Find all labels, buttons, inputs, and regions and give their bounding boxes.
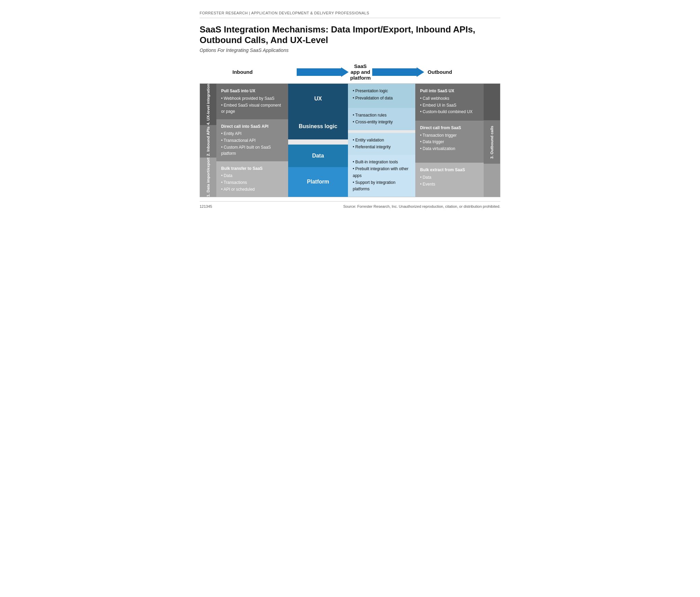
inbound-arrow-label: Inbound — [232, 69, 297, 75]
outbound-data-cell: Bulk extract from SaaS Data Events — [415, 163, 484, 197]
center-biz-box: Business logic — [288, 114, 348, 139]
desc-data-cell: Entity validation Referential integrity — [348, 133, 415, 155]
outbound-arrow-body — [372, 68, 417, 76]
desc-platform-bullet-1: Built-in integration tools — [353, 159, 410, 165]
outbound-arrow-label: Outbound — [424, 69, 486, 75]
inbound-data-bullet-2: Transactions — [221, 179, 283, 186]
sidebar-right-outbound: 3. Outbound calls — [484, 120, 500, 164]
desc-platform-bullets: Built-in integration tools Prebuilt inte… — [353, 159, 410, 192]
inbound-data-cell: Bulk transfer to SaaS Data Transactions … — [216, 161, 288, 197]
inbound-ux-title: Pull SaaS into UX — [221, 88, 283, 94]
outbound-calls-cell: Direct call from SaaS Transaction trigge… — [415, 121, 484, 163]
desc-gap — [348, 130, 415, 133]
inbound-data-bullet-3: API or scheduled — [221, 186, 283, 193]
desc-platform-cell: Built-in integration tools Prebuilt inte… — [348, 155, 415, 197]
main-title: SaaS Integration Mechanisms: Data Import… — [200, 24, 500, 45]
inbound-arrow-body — [297, 68, 341, 76]
inbound-apis-bullet-1: Entity API — [221, 131, 283, 137]
outbound-calls-bullets: Transaction trigger Data trigger Data vi… — [420, 132, 479, 152]
diagram: 4. UX-level integration 2. Inbound APIs … — [200, 83, 500, 197]
center-arrow-label: SaaS app and platform — [350, 63, 371, 81]
outbound-calls-title: Direct call from SaaS — [420, 125, 479, 131]
center-data-box: Data — [288, 145, 348, 167]
outbound-data-title: Bulk extract from SaaS — [420, 167, 479, 173]
desc-ux-bullets: Presentation logic Prevalidation of data — [353, 88, 410, 101]
outbound-arrow-head — [417, 67, 424, 77]
desc-ux-cell: Presentation logic Prevalidation of data — [348, 84, 415, 108]
desc-biz-cell: Transaction rules Cross-entity integrity — [348, 108, 415, 130]
inbound-arrow-head — [341, 67, 349, 77]
center-platform-box: Platform — [288, 167, 348, 197]
desc-biz-bullet-2: Cross-entity integrity — [353, 119, 410, 125]
footer: 121345 Source: Forrester Research, Inc. … — [200, 201, 500, 208]
inbound-apis-cell: Direct call into SaaS API Entity API Tra… — [216, 119, 288, 161]
inbound-data-title: Bulk transfer to SaaS — [221, 165, 283, 172]
desc-ux-bullet-2: Prevalidation of data — [353, 95, 410, 101]
brand-label: FORRESTER RESEARCH — [200, 11, 248, 15]
inbound-ux-cell: Pull SaaS into UX Webhook provided by Sa… — [216, 84, 288, 119]
inbound-apis-bullet-2: Transactional API — [221, 137, 283, 144]
inbound-apis-bullets: Entity API Transactional API Custom API … — [221, 131, 283, 157]
center-ux-label: UX — [314, 96, 322, 102]
desc-biz-bullet-1: Transaction rules — [353, 112, 410, 119]
inbound-apis-title: Direct call into SaaS API — [221, 123, 283, 130]
outbound-ux-bullet-2: Embed UI in SaaS — [420, 102, 479, 109]
outbound-ux-bullet-1: Call webhooks — [420, 95, 479, 102]
outbound-calls-label: 3. Outbound calls — [490, 126, 494, 159]
outbound-ux-bullets: Call webhooks Embed UI in SaaS Custom-bu… — [420, 95, 479, 115]
center-gap — [288, 139, 348, 145]
desc-data-bullet-2: Referential integrity — [353, 144, 410, 150]
sidebar-right-ux — [484, 84, 500, 120]
inbound-apis-label: 2. Inbound APIs — [206, 126, 210, 156]
subtitle: Options For Integrating SaaS Application… — [200, 48, 500, 53]
outbound-ux-bullet-3: Custom-build combined UX — [420, 109, 479, 115]
center-data-label: Data — [312, 153, 324, 159]
inbound-ux-bullet-1: Webhook provided by SaaS — [221, 95, 283, 102]
center-column: UX Business logic Data Platform — [288, 84, 348, 197]
sidebar-ux-level: 4. UX-level integration — [200, 84, 216, 125]
inbound-arrow — [297, 67, 350, 77]
outbound-ux-title: Pull into SaaS UX — [420, 88, 479, 94]
arrow-row: Inbound SaaS app and platform Outbound — [200, 63, 500, 81]
source-text: Source: Forrester Research, Inc. Unautho… — [343, 204, 500, 208]
header-bar: FORRESTER RESEARCH | APPLICATION DEVELOP… — [200, 11, 500, 18]
desc-ux-bullet-1: Presentation logic — [353, 88, 410, 94]
desc-platform-bullet-3: Support by integration platforms — [353, 179, 410, 192]
outbound-calls-bullet-2: Data trigger — [420, 139, 479, 145]
sidebar-inbound-apis: 2. Inbound APIs — [200, 125, 216, 158]
inbound-ux-bullet-2: Embed SaaS visual component or page — [221, 102, 283, 115]
data-export-label: 1. Data import/export — [206, 158, 210, 197]
ux-level-label: 4. UX-level integration — [206, 84, 210, 125]
center-biz-label: Business logic — [299, 123, 337, 130]
outbound-calls-bullet-3: Data virtualization — [420, 146, 479, 152]
outbound-arrow — [371, 67, 424, 77]
desc-data-bullet-1: Entity validation — [353, 137, 410, 144]
sidebar-right: 3. Outbound calls — [484, 84, 500, 197]
outbound-ux-cell: Pull into SaaS UX Call webhooks Embed UI… — [415, 84, 484, 121]
sidebar-right-data — [484, 164, 500, 197]
inbound-apis-bullet-3: Custom API built on SaaS platform — [221, 144, 283, 157]
outbound-data-bullet-1: Data — [420, 174, 479, 181]
sidebar-data-export: 1. Data import/export — [200, 158, 216, 197]
inbound-data-bullets: Data Transactions API or scheduled — [221, 173, 283, 192]
doc-id: 121345 — [200, 204, 212, 208]
desc-data-bullets: Entity validation Referential integrity — [353, 137, 410, 150]
center-platform-label: Platform — [307, 179, 329, 185]
desc-biz-bullets: Transaction rules Cross-entity integrity — [353, 112, 410, 125]
center-ux-box: UX — [288, 84, 348, 113]
category-label: APPLICATION DEVELOPMENT & DELIVERY PROFE… — [251, 11, 369, 15]
sidebar-left: 4. UX-level integration 2. Inbound APIs … — [200, 84, 216, 197]
inbound-ux-bullets: Webhook provided by SaaS Embed SaaS visu… — [221, 95, 283, 115]
outbound-column: Pull into SaaS UX Call webhooks Embed UI… — [415, 84, 484, 197]
description-column: Presentation logic Prevalidation of data… — [348, 84, 415, 197]
inbound-data-bullet-1: Data — [221, 173, 283, 179]
inbound-column: Pull SaaS into UX Webhook provided by Sa… — [216, 84, 288, 197]
outbound-data-bullet-2: Events — [420, 181, 479, 188]
outbound-data-bullets: Data Events — [420, 174, 479, 187]
main-content: Pull SaaS into UX Webhook provided by Sa… — [216, 84, 484, 197]
outbound-calls-bullet-1: Transaction trigger — [420, 132, 479, 139]
desc-platform-bullet-2: Prebuilt integration with other apps — [353, 166, 410, 179]
